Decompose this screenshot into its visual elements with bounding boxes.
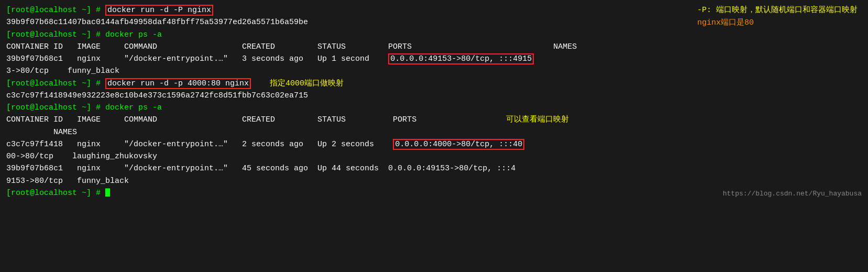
hash-2: c3c7c97f1418949e932223e8c10b4e373c1596a2… bbox=[6, 91, 308, 100]
watermark: https://blog.csdn.net/Ryu_hayabusa bbox=[723, 189, 862, 199]
terminal: -P: 端口映射，默认随机端口和容器端口映射 nginx端口是80 [root@… bbox=[0, 0, 868, 203]
ps-header-2b: NAMES bbox=[6, 128, 77, 137]
hash-1: 39b9f07b68c11407bac0144afb49958daf48fbff… bbox=[6, 18, 308, 27]
command-1: docker run -d -P nginx bbox=[105, 5, 213, 16]
terminal-line-8: [root@localhost ~] # docker ps -a bbox=[6, 102, 862, 114]
annotation-port-mapping: -P: 端口映射，默认随机端口和容器端口映射 nginx端口是80 bbox=[697, 4, 858, 29]
container-row-3a: 39b9f07b68c1 nginx "/docker-entrypoint.…… bbox=[6, 164, 515, 173]
terminal-line-7: c3c7c97f1418949e932223e8c10b4e373c1596a2… bbox=[6, 90, 862, 102]
annotation-ports: 可以查看端口映射 bbox=[416, 115, 569, 124]
cmd-ps-2: [root@localhost ~] # docker ps -a bbox=[6, 103, 162, 112]
ps-header-1: CONTAINER ID IMAGE COMMAND CREATED STATU… bbox=[6, 42, 577, 51]
container-row-2b: 00->80/tcp laughing_zhukovsky bbox=[6, 152, 157, 161]
port-box-1: 0.0.0.0:49153->80/tcp, :::4915 bbox=[388, 53, 534, 64]
ps-header-2: CONTAINER ID IMAGE COMMAND CREATED STATU… bbox=[6, 115, 416, 124]
terminal-line-10: c3c7c97f1418 nginx "/docker-entrypoint.…… bbox=[6, 138, 862, 150]
terminal-line-5: 39b9f07b68c1 nginx "/docker-entrypoint.…… bbox=[6, 53, 862, 65]
terminal-line-5b: 3->80/tcp funny_black bbox=[6, 65, 862, 77]
cmd-ps-1: [root@localhost ~] # docker ps -a bbox=[6, 30, 162, 39]
port-box-2: 0.0.0.0:4000->80/tcp, :::40 bbox=[393, 139, 524, 150]
container-row-1a: 39b9f07b68c1 nginx "/docker-entrypoint.…… bbox=[6, 55, 388, 63]
prompt-2: [root@localhost ~] # bbox=[6, 79, 105, 88]
terminal-line-10b: 00->80/tcp laughing_zhukovsky bbox=[6, 150, 862, 162]
container-row-1b: 3->80/tcp funny_black bbox=[6, 67, 119, 75]
terminal-line-11b: 9153->80/tcp funny_black bbox=[6, 175, 862, 187]
container-row-3b: 9153->80/tcp funny_black bbox=[6, 177, 129, 186]
terminal-line-3: [root@localhost ~] # docker ps -a bbox=[6, 29, 862, 41]
cursor: █ bbox=[105, 189, 110, 198]
command-2: docker run -d -p 4000:80 nginx bbox=[105, 78, 251, 89]
terminal-line-4: CONTAINER ID IMAGE COMMAND CREATED STATU… bbox=[6, 41, 862, 53]
annotation-inline: 指定4000端口做映射 bbox=[251, 79, 344, 88]
terminal-line-11: 39b9f07b68c1 nginx "/docker-entrypoint.…… bbox=[6, 162, 862, 175]
container-row-2a: c3c7c97f1418 nginx "/docker-entrypoint.…… bbox=[6, 140, 393, 149]
prompt-1: [root@localhost ~] # bbox=[6, 6, 105, 15]
terminal-line-6: [root@localhost ~] # docker run -d -p 40… bbox=[6, 78, 862, 90]
prompt-final: [root@localhost ~] # bbox=[6, 189, 105, 198]
terminal-line-9b: NAMES bbox=[6, 126, 862, 138]
terminal-line-9: CONTAINER ID IMAGE COMMAND CREATED STATU… bbox=[6, 114, 862, 126]
